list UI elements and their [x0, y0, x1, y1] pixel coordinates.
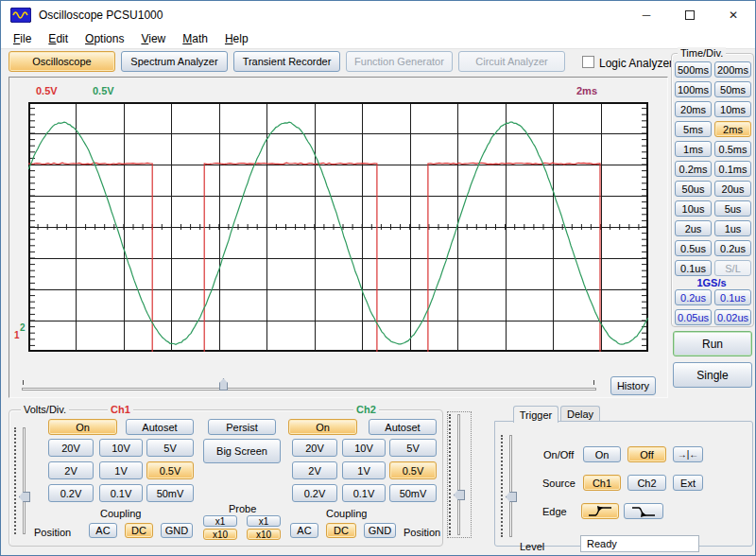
- ch2-volts-2v[interactable]: 2V: [292, 461, 337, 479]
- ch2-coupling-gnd[interactable]: GND: [364, 523, 396, 538]
- ch1-volts-0.2v[interactable]: 0.2V: [48, 484, 94, 502]
- timediv-0.2us[interactable]: 0.2us: [714, 240, 751, 256]
- timediv-0.1ms[interactable]: 0.1ms: [714, 161, 751, 177]
- big-screen-button[interactable]: Big Screen: [203, 439, 281, 463]
- history-button[interactable]: History: [610, 376, 656, 395]
- timediv-gs-0.2us[interactable]: 0.2us: [675, 289, 712, 305]
- ch1-volts-5v[interactable]: 5V: [146, 439, 194, 457]
- timediv-50us[interactable]: 50us: [675, 181, 712, 197]
- menu-view[interactable]: View: [132, 30, 174, 47]
- ch1-volts-1v[interactable]: 1V: [99, 461, 143, 479]
- trigger-edge-rising-button[interactable]: [581, 503, 619, 519]
- trigger-source-ch2[interactable]: Ch2: [627, 475, 666, 491]
- ch2-on-button[interactable]: On: [288, 419, 357, 435]
- timediv-1ms[interactable]: 1ms: [675, 141, 712, 157]
- ch1-volts-50mv[interactable]: 50mV: [146, 484, 194, 502]
- run-button[interactable]: Run: [673, 331, 752, 356]
- ch1-slider-thumb[interactable]: [19, 492, 30, 502]
- tab-spectrum-analyzer[interactable]: Spectrum Analyzer: [121, 51, 228, 72]
- timediv-sl[interactable]: S/L: [714, 260, 751, 276]
- timediv-1us[interactable]: 1us: [714, 220, 751, 236]
- timediv-500ms[interactable]: 500ms: [675, 61, 712, 78]
- ch1-position-slider[interactable]: [13, 426, 36, 536]
- trigger-edge-falling-button[interactable]: [624, 503, 663, 519]
- logic-analyzer-checkbox[interactable]: [582, 56, 594, 68]
- timediv-20ms[interactable]: 20ms: [675, 101, 712, 117]
- timediv-gs-0.05us[interactable]: 0.05us: [675, 309, 712, 325]
- ch1-volts-0.1v[interactable]: 0.1V: [99, 484, 143, 502]
- ch2-volts-50mv[interactable]: 50mV: [389, 484, 437, 502]
- trigger-slider-thumb[interactable]: [506, 492, 517, 502]
- ch2-volts-1v[interactable]: 1V: [342, 461, 386, 479]
- ch2-volts-5v[interactable]: 5V: [389, 439, 437, 457]
- ch2-coupling-dc[interactable]: DC: [326, 523, 356, 538]
- tab-circuit-analyzer[interactable]: Circuit Analyzer: [458, 51, 565, 72]
- ch2-volts-10v[interactable]: 10V: [342, 439, 386, 457]
- ch1-ground-marker[interactable]: 1: [14, 331, 20, 340]
- timediv-0.2ms[interactable]: 0.2ms: [675, 161, 712, 177]
- single-button[interactable]: Single: [673, 362, 752, 388]
- trigger-panel: On/Off On Off →|← Source Ch1 Ch2 Ext Edg…: [494, 421, 753, 547]
- ch2-probe-x10[interactable]: x10: [247, 529, 281, 540]
- maximize-button[interactable]: [668, 1, 712, 29]
- ch2-slider-thumb[interactable]: [454, 490, 465, 500]
- ch1-on-button[interactable]: On: [48, 419, 117, 435]
- timediv-10ms[interactable]: 10ms: [714, 101, 751, 117]
- ch2-volts-0.2v[interactable]: 0.2V: [292, 484, 337, 502]
- ch2-volts-0.1v[interactable]: 0.1V: [342, 484, 386, 502]
- menu-file[interactable]: File: [5, 30, 40, 47]
- trigger-off-button[interactable]: Off: [627, 446, 666, 462]
- ch1-volts-20v[interactable]: 20V: [48, 439, 94, 457]
- ch1-probe-x1[interactable]: x1: [203, 515, 237, 527]
- tab-oscilloscope[interactable]: Oscilloscope: [9, 51, 115, 72]
- ch1-coupling-gnd[interactable]: GND: [161, 523, 193, 538]
- menu-edit[interactable]: Edit: [40, 30, 77, 47]
- ch2-position-slider[interactable]: [448, 412, 471, 537]
- ch1-volts-2v[interactable]: 2V: [48, 461, 94, 479]
- timediv-5ms[interactable]: 5ms: [675, 121, 712, 137]
- menu-help[interactable]: Help: [216, 30, 257, 47]
- menu-options[interactable]: Options: [77, 30, 132, 47]
- trigger-tab-control: Trigger Delay On/Off On Off →|← Source C…: [494, 406, 753, 547]
- tab-function-generator[interactable]: Function Generator: [346, 51, 453, 72]
- timediv-gs-0.1us[interactable]: 0.1us: [714, 289, 751, 305]
- timediv-200ms[interactable]: 200ms: [714, 61, 751, 78]
- trigger-level-slider[interactable]: [500, 433, 523, 539]
- time-offset-track[interactable]: [22, 388, 596, 391]
- ch2-coupling-ac[interactable]: AC: [290, 523, 318, 538]
- ch1-coupling-ac[interactable]: AC: [89, 523, 117, 538]
- ch2-probe-x1[interactable]: x1: [247, 515, 281, 527]
- tab-trigger[interactable]: Trigger: [513, 406, 558, 423]
- tab-delay[interactable]: Delay: [560, 406, 600, 422]
- ch2-volts-0.5v[interactable]: 0.5V: [389, 461, 437, 479]
- timediv-100ms[interactable]: 100ms: [675, 81, 712, 97]
- timediv-20us[interactable]: 20us: [714, 181, 751, 197]
- trigger-source-ch1[interactable]: Ch1: [583, 475, 621, 491]
- tab-transient-recorder[interactable]: Transient Recorder: [233, 51, 340, 72]
- ch2-volts-20v[interactable]: 20V: [292, 439, 337, 457]
- trigger-center-button[interactable]: →|←: [673, 446, 703, 462]
- timediv-0.1us[interactable]: 0.1us: [675, 260, 712, 276]
- trigger-on-button[interactable]: On: [583, 446, 621, 462]
- timediv-gs-0.02us[interactable]: 0.02us: [714, 309, 751, 325]
- timediv-2us[interactable]: 2us: [675, 220, 712, 236]
- persist-button[interactable]: Persist: [208, 419, 276, 435]
- timediv-10us[interactable]: 10us: [675, 200, 712, 217]
- ch1-autoset-button[interactable]: Autoset: [126, 419, 194, 435]
- ch1-coupling-dc[interactable]: DC: [125, 523, 153, 538]
- timediv-0.5ms[interactable]: 0.5ms: [714, 141, 751, 157]
- timediv-2ms[interactable]: 2ms: [714, 121, 751, 137]
- time-offset-slider[interactable]: [219, 378, 228, 391]
- trigger-source-ext[interactable]: Ext: [673, 475, 703, 491]
- menu-math[interactable]: Math: [174, 30, 216, 47]
- ch1-probe-x10[interactable]: x10: [203, 529, 237, 540]
- ch2-ground-marker[interactable]: 2: [20, 323, 26, 333]
- ch1-volts-10v[interactable]: 10V: [99, 439, 143, 457]
- ch2-autoset-button[interactable]: Autoset: [369, 419, 437, 435]
- timediv-0.5us[interactable]: 0.5us: [675, 240, 712, 256]
- close-button[interactable]: ✕: [712, 1, 755, 29]
- ch1-volts-0.5v[interactable]: 0.5V: [146, 461, 194, 479]
- timediv-5us[interactable]: 5us: [714, 200, 751, 217]
- minimize-button[interactable]: ─: [625, 1, 668, 29]
- timediv-50ms[interactable]: 50ms: [714, 81, 751, 97]
